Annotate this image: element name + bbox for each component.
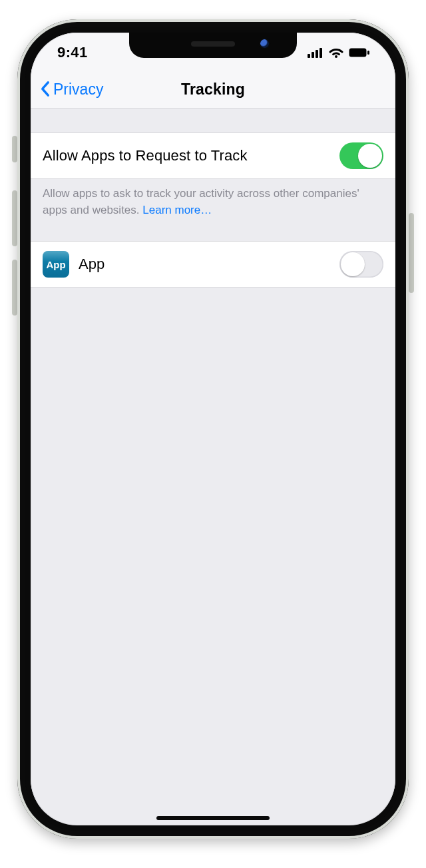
home-indicator[interactable] [156, 816, 270, 820]
svg-rect-6 [367, 51, 369, 55]
navigation-bar: Privacy Tracking [31, 70, 395, 108]
status-right [308, 47, 370, 58]
allow-apps-footer: Allow apps to ask to track your activity… [31, 179, 395, 230]
side-button [409, 213, 414, 293]
speaker-grille [191, 41, 235, 47]
volume-down-button [12, 260, 17, 316]
back-button[interactable]: Privacy [40, 80, 103, 98]
svg-rect-0 [308, 54, 310, 58]
allow-apps-toggle[interactable] [339, 142, 383, 169]
learn-more-link[interactable]: Learn more… [142, 204, 212, 216]
allow-apps-row: Allow Apps to Request to Track [31, 132, 395, 179]
battery-icon [349, 47, 370, 58]
svg-point-4 [335, 55, 337, 58]
notch [129, 33, 297, 58]
device-frame: 9:41 Priv [17, 19, 409, 839]
content-area: Allow Apps to Request to Track Allow app… [31, 108, 395, 820]
chevron-left-icon [40, 81, 51, 97]
app-tracking-toggle[interactable] [339, 251, 383, 278]
app-name: App [79, 256, 105, 273]
status-time: 9:41 [57, 44, 88, 61]
front-camera [260, 39, 269, 48]
svg-rect-2 [316, 50, 318, 58]
page-title: Tracking [181, 80, 245, 98]
cellular-icon [308, 47, 323, 58]
mute-switch [12, 136, 17, 162]
group-separator [31, 230, 395, 241]
svg-rect-1 [312, 52, 314, 58]
svg-rect-5 [349, 49, 367, 57]
app-row: App App [31, 241, 395, 288]
allow-apps-label: Allow Apps to Request to Track [43, 147, 248, 164]
app-icon: App [43, 251, 69, 278]
screen: 9:41 Priv [31, 33, 395, 825]
svg-rect-3 [320, 48, 322, 58]
back-label: Privacy [53, 80, 103, 98]
volume-up-button [12, 190, 17, 246]
app-icon-text: App [46, 259, 65, 270]
wifi-icon [329, 47, 343, 58]
